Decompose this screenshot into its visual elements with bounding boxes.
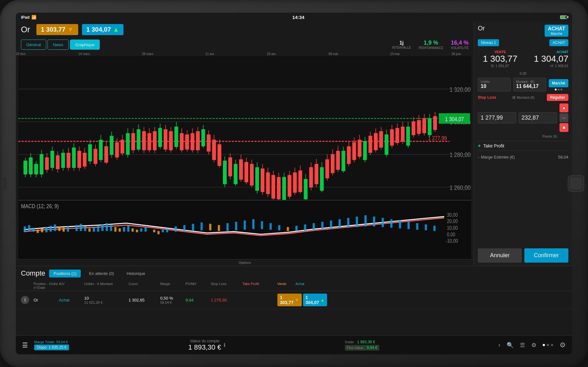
search-icon[interactable]: 🔍 [507, 342, 514, 349]
montant-field[interactable]: Montant : (€) 11 644,17 [513, 78, 546, 91]
regulier-button[interactable]: Régulier [547, 94, 568, 101]
gear-icon[interactable]: ⚙ [560, 341, 566, 349]
svg-rect-178 [45, 227, 47, 233]
sell-price-value: 1 303,77 [41, 26, 66, 33]
svg-rect-174 [28, 225, 30, 232]
svg-rect-231 [399, 221, 401, 228]
menu-button[interactable]: ☰ [22, 341, 28, 349]
svg-rect-188 [93, 227, 95, 232]
svg-rect-184 [75, 225, 78, 231]
svg-rect-183 [67, 227, 69, 232]
positions-table: Position - Ordre n°/Date A/V Unités - € … [16, 281, 572, 335]
compte-header: Compte Positions (1) En attente (0) Hist… [16, 266, 572, 281]
svg-rect-227 [364, 215, 367, 226]
svg-rect-212 [235, 222, 237, 230]
svg-rect-234 [425, 224, 427, 230]
sell-arrow-icon: ▼ [67, 26, 74, 33]
instrument-title: Or [21, 25, 30, 34]
wifi-icon: 📶 [31, 15, 36, 20]
buy-price-badge[interactable]: 1 304,07 ▲ [82, 24, 124, 35]
svg-rect-232 [408, 222, 410, 229]
achat-tab[interactable]: ACHAT [549, 39, 568, 46]
order-title: Or [478, 25, 485, 32]
svg-rect-180 [54, 224, 56, 231]
marge-row: › Marge Estimée (€) 58,04 [478, 153, 568, 161]
chart-svg: 1 320,00 1 300,00 1 280,00 1 260,00 1 24… [18, 56, 471, 259]
interval-label: INTERVALLE [392, 46, 411, 49]
units-field[interactable]: Unités 10 [478, 78, 511, 91]
toggle-icon[interactable]: ⊞ [512, 95, 515, 100]
svg-rect-192 [110, 225, 112, 231]
svg-rect-233 [416, 223, 418, 230]
svg-text:1 280,00: 1 280,00 [450, 151, 471, 159]
volume-button[interactable] [4, 177, 6, 190]
options-label: Options [239, 261, 251, 264]
dot-3 [560, 89, 562, 90]
svg-rect-181 [58, 227, 60, 231]
svg-rect-194 [119, 228, 121, 232]
tab-general[interactable]: Général [21, 40, 46, 50]
interval-value: 1j [392, 40, 411, 46]
settings-icon[interactable]: ⚙ [531, 342, 536, 349]
montant-section-label: Montant (€) [517, 96, 534, 99]
svg-rect-177 [41, 228, 43, 232]
home-button[interactable] [568, 175, 584, 192]
tab-news[interactable]: News [47, 40, 69, 50]
stop-dots-button[interactable]: ··· [560, 113, 568, 122]
marche-button[interactable]: Marché [549, 79, 568, 87]
svg-text:1 304,07: 1 304,07 [445, 116, 464, 122]
dot-2 [558, 89, 560, 90]
nav-left-info: Marge Totale: 58,04 € Dispo: 1 835,25 € [34, 340, 69, 350]
tab-graphique[interactable]: Graphique [70, 40, 100, 50]
svg-rect-211 [226, 223, 229, 231]
svg-rect-195 [123, 227, 125, 232]
list-icon[interactable]: ☰ [520, 342, 525, 349]
vente-sub: B: 1 291,07 [478, 64, 522, 68]
svg-text:1 277,99: 1 277,99 [428, 135, 447, 141]
stop-red-button-1[interactable]: ● [560, 103, 568, 112]
svg-rect-226 [356, 217, 358, 227]
chart-options-bar[interactable]: Options [16, 259, 474, 266]
row-vente-price[interactable]: 1 303,77 ▼ [277, 294, 302, 306]
row-pvmv: 9,94 [186, 298, 211, 302]
niveau-tab[interactable]: Niveau 1 [478, 39, 499, 46]
order-type-badge: ACHAT Marché [545, 25, 568, 37]
volatility-info: 16,4 % VOLATILITÉ [451, 40, 469, 50]
buy-price-value: 1 304,07 [86, 26, 111, 33]
annuler-button[interactable]: Annuler [478, 248, 522, 263]
svg-rect-190 [101, 224, 104, 231]
svg-rect-215 [261, 221, 263, 229]
stop-loss-value[interactable]: 1 277,99 [478, 112, 516, 123]
back-icon[interactable]: ‹ [498, 342, 500, 348]
svg-rect-216 [269, 223, 272, 230]
svg-text:0,00: 0,00 [447, 231, 455, 237]
take-profit-row[interactable]: + Take Profit [478, 141, 568, 151]
stop-montant-value[interactable]: 232,87 [519, 112, 557, 123]
svg-rect-179 [50, 226, 52, 232]
nav-dots [543, 344, 553, 346]
tab-positions[interactable]: Positions (1) [49, 270, 81, 277]
row-achat-price[interactable]: 1 304,07 ▲ [303, 294, 327, 306]
points-row: Points 26 [478, 134, 568, 138]
svg-text:MACD (12; 26; 9): MACD (12; 26; 9) [21, 203, 59, 209]
nav-dot-3 [551, 344, 553, 346]
stop-red-button-2[interactable]: ■ [560, 123, 568, 132]
tab-en-attente[interactable]: En attente (0) [85, 270, 118, 277]
svg-rect-185 [80, 224, 82, 231]
chart-canvas[interactable]: 1 320,00 1 300,00 1 280,00 1 260,00 1 24… [18, 56, 471, 259]
svg-rect-207 [192, 224, 194, 231]
svg-rect-214 [252, 219, 255, 229]
svg-rect-198 [136, 230, 138, 232]
nav-right-info: Solde: 1 883,36 € Plus-Value: 9,94 € [345, 340, 379, 351]
confirmer-button[interactable]: Confirmer [524, 248, 568, 263]
niveau-tabs: Niveau 1 ACHAT [478, 39, 568, 46]
svg-text:30,00: 30,00 [447, 212, 458, 218]
svg-text:1 260,00: 1 260,00 [450, 184, 471, 191]
tab-historique[interactable]: Historique [122, 270, 150, 277]
svg-rect-209 [209, 224, 212, 230]
info-button[interactable]: ℹ [224, 342, 225, 348]
sell-price-badge[interactable]: 1 303,77 ▼ [36, 24, 78, 35]
vente-achat-row: VENTE 1 303,77 B: 1 291,07 ACHAT 1 304,0… [478, 49, 568, 69]
price-diff: 0,30 [478, 72, 568, 75]
svg-rect-228 [373, 217, 375, 227]
